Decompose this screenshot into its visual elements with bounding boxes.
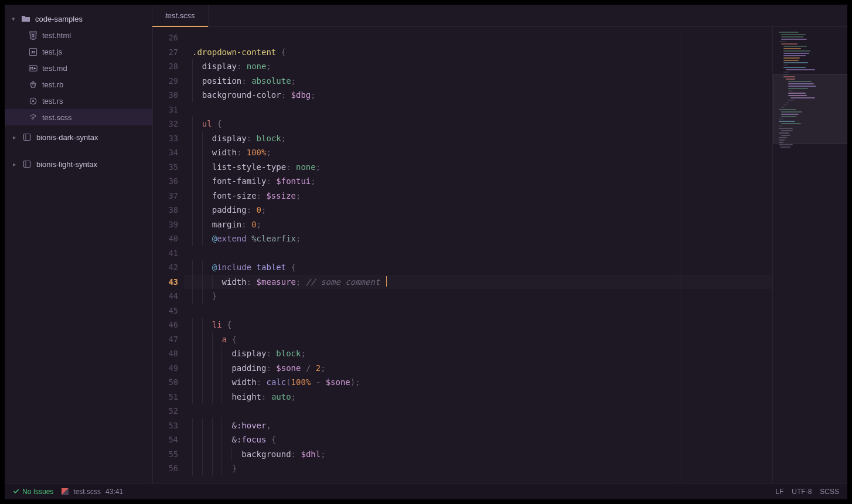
tree-file-test-md[interactable]: test.md (5, 60, 152, 76)
tree-project-bionis-dark-syntax[interactable]: ▸ bionis-dark-syntax (5, 129, 152, 145)
book-icon (22, 132, 32, 142)
svg-rect-8 (24, 161, 30, 168)
tree-file-label: test.js (42, 47, 62, 56)
code-line[interactable]: margin: 0; (184, 217, 772, 232)
chevron-down-icon: ▾ (11, 15, 16, 23)
code-line[interactable]: position: absolute; (184, 74, 772, 88)
code-line[interactable] (184, 103, 772, 117)
tree-folder-code-samples[interactable]: ▾ code-samples (5, 11, 152, 27)
code-line[interactable]: padding: $sone / 2; (184, 361, 772, 376)
status-language[interactable]: SCSS (820, 488, 839, 496)
tree-project-label: bionis-light-syntax (36, 160, 97, 169)
code-line[interactable]: display: none; (184, 59, 772, 74)
tree-file-test-rb[interactable]: test.rb (5, 76, 152, 93)
code-line[interactable]: padding: 0; (184, 203, 772, 217)
code-line[interactable] (184, 304, 772, 318)
code-editor[interactable]: 2627282930313233343536373839404142434445… (152, 27, 772, 483)
tree-project-label: bionis-dark-syntax (36, 133, 98, 142)
minimap[interactable] (772, 27, 847, 483)
tree-file-label: test.html (42, 31, 71, 40)
code-line[interactable]: width: $measure; // some comment (184, 275, 772, 290)
code-line[interactable]: background: $dhl; (184, 447, 772, 462)
main-split: ▾ code-samples 5test.htmlJStest.jstest.m… (5, 5, 847, 483)
tree-file-test-scss[interactable]: test.scss (5, 109, 152, 125)
chevron-right-icon: ▸ (12, 161, 18, 168)
code-line[interactable]: width: 100%; (184, 145, 772, 160)
minimap-viewport[interactable] (773, 74, 847, 144)
rb-file-icon (28, 80, 38, 89)
status-issues-label: No Issues (22, 488, 53, 496)
chevron-right-icon: ▸ (12, 134, 18, 141)
status-cursor-position[interactable]: 43:41 (105, 488, 123, 496)
tab-label: test.scss (165, 11, 195, 20)
code-line[interactable]: font-family: $fontui; (184, 174, 772, 189)
code-line[interactable]: width: calc(100% - $sone); (184, 375, 772, 390)
status-line-ending[interactable]: LF (775, 488, 783, 496)
code-content[interactable]: .dropdown-content { display: none; posit… (184, 27, 772, 483)
js-file-icon: JS (28, 47, 38, 56)
tree-file-label: test.rb (42, 80, 63, 89)
svg-text:JS: JS (30, 50, 35, 54)
file-tree: ▾ code-samples 5test.htmlJStest.jstest.m… (5, 11, 152, 172)
tree-file-label: test.rs (42, 97, 63, 105)
code-line[interactable]: a { (184, 332, 772, 347)
status-issues[interactable]: No Issues (13, 488, 53, 496)
code-line[interactable]: background-color: $dbg; (184, 88, 772, 103)
code-line[interactable]: &:hover, (184, 418, 772, 433)
code-line[interactable]: font-size: $ssize; (184, 189, 772, 203)
status-encoding[interactable]: UTF-8 (792, 488, 812, 496)
code-line[interactable]: display: block; (184, 131, 772, 146)
code-line[interactable] (184, 30, 772, 45)
tree-file-label: test.scss (42, 113, 72, 122)
code-line[interactable] (184, 246, 772, 261)
code-line[interactable]: &:focus { (184, 433, 772, 447)
code-line[interactable]: display: block; (184, 346, 772, 361)
tree-folder-label: code-samples (35, 15, 83, 23)
tree-file-test-js[interactable]: JStest.js (5, 43, 152, 60)
editor-area: test.scss 262728293031323334353637383940… (152, 5, 847, 483)
svg-point-5 (32, 100, 33, 101)
tree-file-label: test.md (42, 64, 67, 73)
code-line[interactable]: .dropdown-content { (184, 45, 772, 60)
code-line[interactable] (184, 404, 772, 418)
code-line[interactable]: } (184, 289, 772, 304)
code-line[interactable]: li { (184, 318, 772, 332)
check-icon (13, 488, 19, 495)
code-line[interactable]: height: auto; (184, 390, 772, 404)
text-cursor (386, 276, 387, 287)
status-filename[interactable]: test.scss (73, 488, 101, 496)
book-icon (22, 159, 32, 169)
folder-icon (21, 14, 30, 23)
tree-project-bionis-light-syntax[interactable]: ▸ bionis-light-syntax (5, 156, 152, 172)
sidebar: ▾ code-samples 5test.htmlJStest.jstest.m… (5, 5, 152, 483)
md-file-icon (28, 63, 38, 73)
html-file-icon: 5 (28, 30, 38, 40)
scss-file-icon (28, 113, 38, 122)
code-line[interactable]: @extend %clearfix; (184, 231, 772, 246)
tab-test-scss[interactable]: test.scss (152, 5, 209, 26)
rs-file-icon (28, 96, 38, 105)
code-line[interactable]: } (184, 461, 772, 476)
app-window: ▾ code-samples 5test.htmlJStest.jstest.m… (5, 5, 847, 499)
status-bar: No Issues test.scss 43:41 LF UTF-8 SCSS (5, 483, 847, 499)
tab-bar: test.scss (152, 5, 847, 27)
tree-file-test-rs[interactable]: test.rs (5, 93, 152, 109)
tree-file-test-html[interactable]: 5test.html (5, 27, 152, 43)
code-line[interactable]: list-style-type: none; (184, 160, 772, 175)
code-line[interactable]: @include tablet { (184, 260, 772, 275)
code-line[interactable]: ul { (184, 117, 772, 131)
color-swatch-icon[interactable] (62, 488, 69, 495)
svg-rect-6 (24, 134, 30, 141)
svg-text:5: 5 (32, 33, 34, 38)
line-number-gutter: 2627282930313233343536373839404142434445… (152, 27, 184, 483)
